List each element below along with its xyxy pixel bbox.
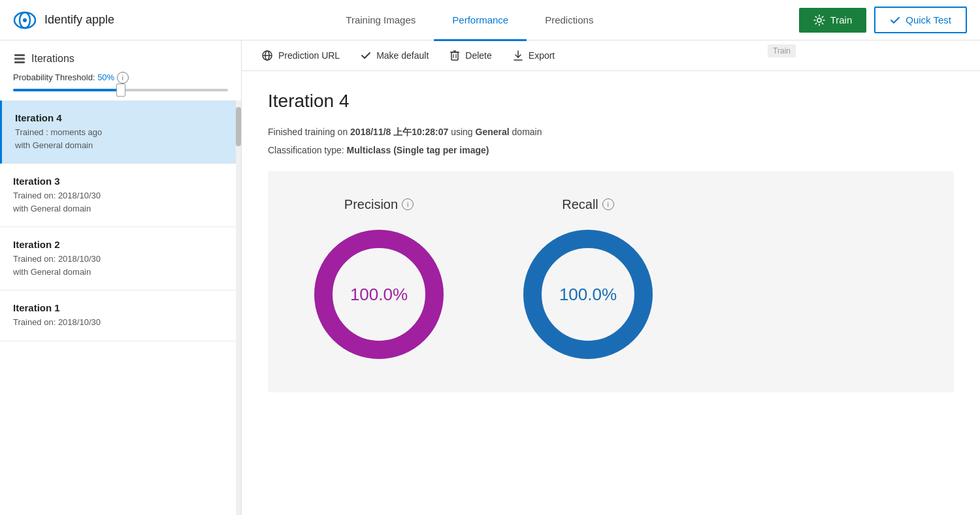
tab-training-images[interactable]: Training Images [327, 1, 434, 41]
make-default-button[interactable]: Make default [361, 50, 429, 61]
sidebar-item-title: Iteration 2 [13, 239, 228, 250]
sidebar: Iterations Probability Threshold: 50% i … [0, 40, 242, 515]
svg-point-2 [23, 18, 27, 22]
svg-rect-10 [451, 52, 458, 60]
header-actions: Train Quick Test [799, 7, 967, 33]
sidebar-item-iteration-3[interactable]: Iteration 3 Trained on: 2018/10/30 with … [0, 164, 241, 227]
globe-icon [261, 50, 273, 61]
sidebar-item-desc: Trained on: 2018/10/30 with General doma… [13, 253, 228, 278]
recall-chart: 100.0% [516, 223, 660, 366]
svg-point-3 [817, 18, 821, 22]
quick-test-button[interactable]: Quick Test [874, 7, 967, 33]
svg-rect-4 [14, 54, 25, 56]
main-layout: Iterations Probability Threshold: 50% i … [0, 40, 980, 515]
svg-rect-5 [14, 58, 25, 60]
export-icon [513, 50, 523, 61]
app-logo-icon [13, 8, 37, 32]
check-icon [890, 15, 900, 25]
checkmark-icon [361, 50, 371, 61]
meta-date: 2018/11/8 上午10:28:07 [350, 127, 448, 137]
iteration-meta-line2: Classification type: Multiclass (Single … [268, 143, 954, 157]
export-label: Export [529, 50, 555, 61]
iterations-label: Iterations [31, 53, 74, 65]
recall-label: Recall i [562, 197, 614, 212]
probability-value: 50% [97, 72, 114, 82]
sidebar-item-title: Iteration 4 [15, 112, 228, 123]
precision-chart: 100.0% [307, 223, 451, 366]
scrollbar[interactable] [236, 101, 241, 515]
precision-info-icon[interactable]: i [402, 198, 414, 210]
probability-label: Probability Threshold: 50% i [13, 72, 228, 84]
metrics-area: Precision i 100.0% Recall [268, 171, 954, 392]
export-button[interactable]: Export [513, 50, 555, 61]
make-default-label: Make default [376, 50, 429, 61]
sidebar-item-title: Iteration 3 [13, 176, 228, 187]
sidebar-item-desc: Trained on: 2018/10/30 with General doma… [13, 189, 228, 215]
recall-info-icon[interactable]: i [602, 198, 614, 210]
precision-card: Precision i 100.0% [307, 197, 451, 366]
prediction-url-label: Prediction URL [278, 50, 340, 61]
iteration-meta-line1: Finished training on 2018/11/8 上午10:28:0… [268, 125, 954, 139]
recall-value: 100.0% [559, 284, 617, 304]
probability-section: Probability Threshold: 50% i [0, 72, 241, 101]
sidebar-item-desc: Trained : moments ago with General domai… [15, 126, 228, 151]
sidebar-item-iteration-4[interactable]: Iteration 4 Trained : moments ago with G… [0, 101, 241, 164]
probability-slider[interactable] [13, 89, 228, 91]
recall-card: Recall i 100.0% [516, 197, 660, 366]
train-tooltip: Train [768, 44, 796, 57]
iteration-content: Iteration 4 Finished training on 2018/11… [242, 71, 980, 412]
sidebar-item-iteration-1[interactable]: Iteration 1 Trained on: 2018/10/30 [0, 290, 241, 341]
iteration-title: Iteration 4 [268, 91, 954, 112]
toolbar: Prediction URL Make default Delete [242, 40, 980, 71]
sidebar-item-title: Iteration 1 [13, 302, 228, 313]
header: Identify apple Training Images Performan… [0, 0, 980, 40]
sidebar-item-iteration-2[interactable]: Iteration 2 Trained on: 2018/10/30 with … [0, 227, 241, 290]
tab-predictions[interactable]: Predictions [527, 1, 612, 41]
app-title: Identify apple [44, 13, 114, 27]
probability-info-icon[interactable]: i [117, 72, 129, 84]
sidebar-list: Iteration 4 Trained : moments ago with G… [0, 101, 241, 515]
train-label: Train [830, 14, 853, 25]
tab-performance[interactable]: Performance [434, 1, 527, 41]
sidebar-item-desc: Trained on: 2018/10/30 [13, 316, 228, 329]
delete-label: Delete [465, 50, 491, 61]
precision-value: 100.0% [350, 284, 408, 304]
delete-button[interactable]: Delete [449, 50, 491, 61]
precision-label: Precision i [344, 197, 414, 212]
sidebar-header: Iterations [0, 40, 241, 72]
prediction-url-button[interactable]: Prediction URL [261, 50, 340, 61]
nav-tabs: Training Images Performance Predictions [140, 0, 799, 40]
train-button[interactable]: Train [799, 8, 867, 33]
svg-rect-6 [14, 61, 25, 63]
meta-classification: Multiclass (Single tag per image) [347, 145, 489, 155]
meta-domain: General [476, 127, 510, 137]
gear-icon [813, 14, 825, 26]
layers-icon [13, 52, 26, 65]
content-area: Prediction URL Make default Delete [242, 40, 980, 515]
trash-icon [449, 50, 460, 61]
quick-test-label: Quick Test [906, 14, 951, 25]
logo-area: Identify apple [13, 8, 114, 32]
